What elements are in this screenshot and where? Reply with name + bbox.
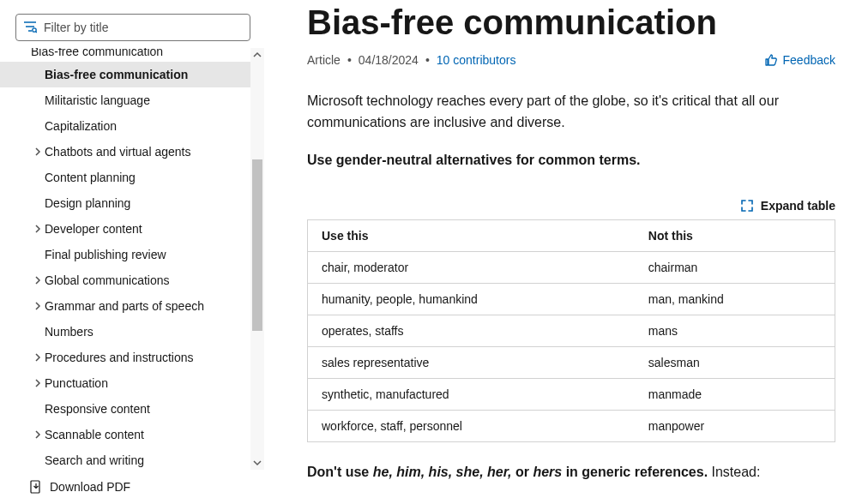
- table-cell-not-this: manmade: [635, 378, 835, 410]
- scroll-down-button[interactable]: [250, 456, 264, 470]
- table-row: operates, staffsmans: [308, 315, 835, 346]
- table-cell-use-this: synthetic, manufactured: [308, 378, 635, 410]
- sidebar-item-label: Developer content: [45, 222, 142, 236]
- sidebar-item[interactable]: Search and writing: [0, 447, 250, 470]
- table-row: humanity, people, humankindman, mankind: [308, 283, 835, 315]
- feedback-button[interactable]: Feedback: [764, 53, 835, 67]
- sidebar-item-label: Procedures and instructions: [45, 351, 194, 364]
- scroll-thumb[interactable]: [252, 159, 262, 331]
- filter-input[interactable]: [42, 20, 243, 35]
- filter-box[interactable]: [15, 14, 250, 41]
- table-row: sales representativesalesman: [308, 346, 835, 378]
- chevron-right-icon[interactable]: [31, 145, 45, 159]
- sidebar-item-label: Capitalization: [45, 119, 117, 133]
- chevron-right-icon[interactable]: [31, 299, 45, 313]
- page-title: Bias-free communication: [307, 2, 835, 43]
- filter-icon: [23, 20, 42, 36]
- table-cell-not-this: mans: [635, 315, 835, 346]
- table-cell-use-this: chair, moderator: [308, 251, 635, 283]
- meta-separator: •: [425, 53, 430, 67]
- article-date: 04/18/2024: [359, 53, 419, 67]
- sidebar-item-label: Grammar and parts of speech: [45, 299, 204, 313]
- expand-table-label: Expand table: [761, 199, 835, 213]
- table-cell-use-this: humanity, people, humankind: [308, 283, 635, 315]
- sidebar-item-label: Responsive content: [45, 402, 150, 416]
- main-content: Bias-free communication Article • 04/18/…: [264, 0, 868, 504]
- terms-table: Use this Not this chair, moderatorchairm…: [307, 219, 835, 442]
- svg-point-0: [33, 27, 36, 31]
- sidebar-item[interactable]: Militaristic language: [0, 87, 250, 113]
- sidebar-item-label: Content planning: [45, 171, 136, 184]
- sidebar-item[interactable]: Developer content: [0, 216, 250, 242]
- sidebar-item[interactable]: Responsive content: [0, 396, 250, 422]
- download-icon: [29, 480, 43, 494]
- feedback-label: Feedback: [783, 53, 835, 67]
- download-pdf-button[interactable]: Download PDF: [0, 470, 264, 504]
- table-row: synthetic, manufacturedmanmade: [308, 378, 835, 410]
- sidebar-item-label: Numbers: [45, 325, 93, 339]
- sidebar-item[interactable]: Procedures and instructions: [0, 345, 250, 370]
- table-header-not-this: Not this: [635, 219, 835, 251]
- table-cell-use-this: workforce, staff, personnel: [308, 410, 635, 441]
- sidebar-item-label: Search and writing: [45, 453, 144, 467]
- article-meta: Article • 04/18/2024 • 10 contributors: [307, 53, 515, 67]
- sidebar-item-truncated[interactable]: Bias-free communication: [0, 48, 250, 62]
- table-header-use-this: Use this: [308, 219, 635, 251]
- sidebar-item[interactable]: Capitalization: [0, 113, 250, 139]
- table-row: chair, moderatorchairman: [308, 251, 835, 283]
- chevron-right-icon[interactable]: [31, 273, 45, 287]
- table-cell-not-this: man, mankind: [635, 283, 835, 315]
- sidebar-item[interactable]: Chatbots and virtual agents: [0, 139, 250, 165]
- meta-separator: •: [347, 53, 352, 67]
- table-cell-use-this: operates, staffs: [308, 315, 635, 346]
- article-kind: Article: [307, 53, 341, 67]
- sidebar-item-label: Design planning: [45, 196, 130, 210]
- sidebar-item[interactable]: Scannable content: [0, 422, 250, 447]
- chevron-right-icon[interactable]: [31, 428, 45, 441]
- sidebar-item[interactable]: Punctuation: [0, 370, 250, 396]
- lead-sentence: Use gender-neutral alternatives for comm…: [307, 153, 835, 168]
- sidebar-item-label: Militaristic language: [45, 93, 150, 107]
- table-cell-not-this: chairman: [635, 251, 835, 283]
- sidebar-scrollbar[interactable]: [250, 48, 264, 470]
- sidebar-item[interactable]: Grammar and parts of speech: [0, 293, 250, 319]
- contributors-link[interactable]: 10 contributors: [437, 53, 516, 67]
- sidebar-item-label: Scannable content: [45, 428, 144, 441]
- chevron-right-icon[interactable]: [31, 351, 45, 364]
- table-cell-use-this: sales representative: [308, 346, 635, 378]
- sidebar-item-label: Punctuation: [45, 376, 108, 390]
- expand-table-button[interactable]: Expand table: [740, 199, 835, 213]
- sidebar-item-label: Bias-free communication: [45, 68, 188, 81]
- sidebar-item[interactable]: Numbers: [0, 319, 250, 345]
- sidebar-item[interactable]: Design planning: [0, 190, 250, 216]
- sidebar-item[interactable]: Global communications: [0, 267, 250, 293]
- expand-icon: [740, 199, 754, 213]
- sidebar-item[interactable]: Final publishing review: [0, 242, 250, 267]
- sidebar: Bias-free communication Bias-free commun…: [0, 0, 264, 504]
- sidebar-item[interactable]: Bias-free communication: [0, 62, 250, 87]
- thumbs-up-icon: [764, 53, 778, 67]
- sidebar-item-label: Final publishing review: [45, 248, 166, 261]
- table-row: workforce, staff, personnelmanpower: [308, 410, 835, 441]
- intro-paragraph: Microsoft technology reaches every part …: [307, 91, 835, 134]
- download-pdf-label: Download PDF: [50, 480, 130, 494]
- scroll-up-button[interactable]: [250, 48, 264, 62]
- chevron-right-icon[interactable]: [31, 376, 45, 390]
- table-cell-not-this: manpower: [635, 410, 835, 441]
- sidebar-item[interactable]: Content planning: [0, 165, 250, 190]
- sidebar-item-label: Chatbots and virtual agents: [45, 145, 190, 159]
- chevron-right-icon[interactable]: [31, 222, 45, 236]
- sidebar-item-label: Global communications: [45, 273, 170, 287]
- closing-paragraph: Don't use he, him, his, she, her, or her…: [307, 465, 835, 480]
- table-cell-not-this: salesman: [635, 346, 835, 378]
